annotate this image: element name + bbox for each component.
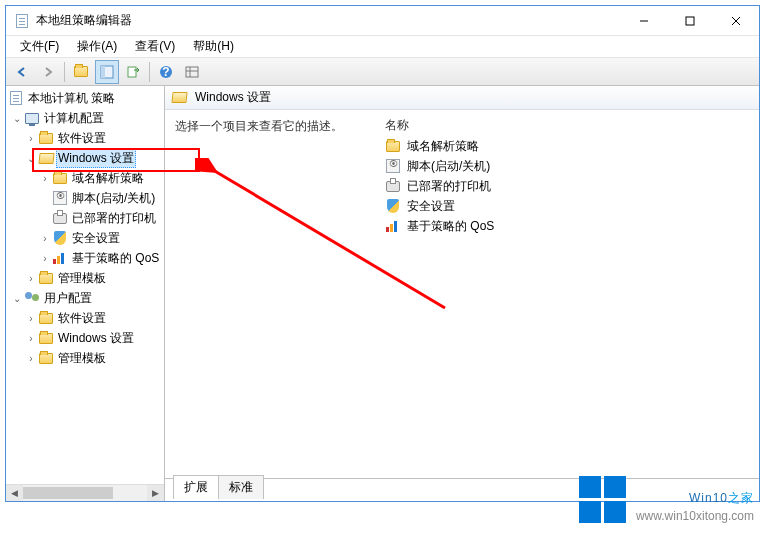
forward-button[interactable] [36, 60, 60, 84]
close-button[interactable] [713, 6, 759, 36]
windows-logo-icon [579, 476, 626, 523]
expand-icon[interactable]: › [24, 273, 38, 284]
menu-help[interactable]: 帮助(H) [185, 36, 242, 57]
tree-pane: 本地计算机 策略 ⌄ 计算机配置 › 软件设置 ⌄ Windows 设置 [6, 86, 165, 501]
content-pane: Windows 设置 选择一个项目来查看它的描述。 名称 域名解析策略 [165, 86, 759, 501]
tree-scripts[interactable]: 脚本(启动/关机) [6, 188, 164, 208]
svg-rect-9 [186, 67, 198, 77]
printer-icon [385, 178, 401, 194]
folder-icon [38, 130, 54, 146]
content-body: 选择一个项目来查看它的描述。 名称 域名解析策略 脚本(启动/关机) [165, 110, 759, 478]
expand-icon[interactable]: › [38, 253, 52, 264]
scroll-left-button[interactable]: ◀ [6, 485, 23, 501]
tree-windows-settings[interactable]: ⌄ Windows 设置 [6, 148, 164, 168]
svg-text:?: ? [162, 65, 169, 79]
watermark: Win10之家 www.win10xitong.com [579, 476, 754, 523]
tree-software-settings[interactable]: › 软件设置 [6, 128, 164, 148]
content-tabs: 扩展 标准 [173, 475, 264, 499]
tree-printers[interactable]: 已部署的打印机 [6, 208, 164, 228]
computer-icon [24, 110, 40, 126]
folder-icon [52, 170, 68, 186]
content-header: Windows 设置 [165, 86, 759, 110]
svg-rect-1 [686, 17, 694, 25]
content-title: Windows 设置 [195, 89, 271, 106]
list-column: 名称 域名解析策略 脚本(启动/关机) 已部署的打印机 [375, 110, 759, 478]
watermark-url: www.win10xitong.com [636, 509, 754, 523]
tree-qos[interactable]: › 基于策略的 QoS [6, 248, 164, 268]
expand-icon[interactable]: ⌄ [10, 113, 24, 124]
folder-icon [38, 350, 54, 366]
tree-admin-templates[interactable]: › 管理模板 [6, 268, 164, 288]
menu-file[interactable]: 文件(F) [12, 36, 67, 57]
description-text: 选择一个项目来查看它的描述。 [175, 119, 343, 133]
description-column: 选择一个项目来查看它的描述。 [165, 110, 375, 478]
tree-software-settings-user[interactable]: › 软件设置 [6, 308, 164, 328]
bars-icon [385, 218, 401, 234]
bars-icon [52, 250, 68, 266]
up-level-button[interactable] [69, 60, 93, 84]
menu-view[interactable]: 查看(V) [127, 36, 183, 57]
app-window: 本地组策略编辑器 文件(F) 操作(A) 查看(V) 帮助(H) ? 本地计算机… [5, 5, 760, 502]
folder-icon [38, 270, 54, 286]
window-title: 本地组策略编辑器 [36, 12, 621, 29]
column-header-name[interactable]: 名称 [375, 114, 759, 136]
collapse-icon[interactable]: ⌄ [10, 293, 24, 304]
expand-icon[interactable]: › [38, 233, 52, 244]
folder-icon [385, 138, 401, 154]
back-button[interactable] [10, 60, 34, 84]
scroll-track[interactable] [23, 485, 147, 501]
folder-open-icon [171, 90, 187, 106]
tree-scroll[interactable]: 本地计算机 策略 ⌄ 计算机配置 › 软件设置 ⌄ Windows 设置 [6, 86, 164, 484]
collapse-icon[interactable]: ⌄ [24, 153, 38, 164]
body-area: 本地计算机 策略 ⌄ 计算机配置 › 软件设置 ⌄ Windows 设置 [6, 86, 759, 501]
filter-button[interactable] [180, 60, 204, 84]
expand-icon[interactable]: › [24, 333, 38, 344]
help-button[interactable]: ? [154, 60, 178, 84]
toolbar-separator [149, 62, 150, 82]
maximize-button[interactable] [667, 6, 713, 36]
expand-icon[interactable]: › [24, 133, 38, 144]
script-icon [385, 158, 401, 174]
folder-open-icon [38, 150, 54, 166]
toolbar-separator [64, 62, 65, 82]
tree-user-config[interactable]: ⌄ 用户配置 [6, 288, 164, 308]
export-button[interactable] [121, 60, 145, 84]
tree-admin-templates-user[interactable]: › 管理模板 [6, 348, 164, 368]
tree-computer-config[interactable]: ⌄ 计算机配置 [6, 108, 164, 128]
svg-rect-6 [128, 67, 136, 77]
script-icon [52, 190, 68, 206]
list-item[interactable]: 脚本(启动/关机) [375, 156, 759, 176]
watermark-brand: Win10之家 [636, 477, 754, 509]
shield-icon [385, 198, 401, 214]
tree-dns-policy[interactable]: › 域名解析策略 [6, 168, 164, 188]
list-item[interactable]: 基于策略的 QoS [375, 216, 759, 236]
scroll-right-button[interactable]: ▶ [147, 485, 164, 501]
horizontal-scrollbar[interactable]: ◀ ▶ [6, 484, 164, 501]
window-buttons [621, 6, 759, 36]
expand-icon[interactable]: › [24, 353, 38, 364]
minimize-button[interactable] [621, 6, 667, 36]
tree-security[interactable]: › 安全设置 [6, 228, 164, 248]
printer-icon [52, 210, 68, 226]
users-icon [24, 290, 40, 306]
expand-icon[interactable]: › [38, 173, 52, 184]
menubar: 文件(F) 操作(A) 查看(V) 帮助(H) [6, 36, 759, 58]
list-item[interactable]: 安全设置 [375, 196, 759, 216]
policy-icon [8, 90, 24, 106]
shield-icon [52, 230, 68, 246]
show-tree-button[interactable] [95, 60, 119, 84]
folder-icon [38, 310, 54, 326]
app-icon [14, 13, 30, 29]
tree-windows-settings-user[interactable]: › Windows 设置 [6, 328, 164, 348]
list-item[interactable]: 已部署的打印机 [375, 176, 759, 196]
tab-standard[interactable]: 标准 [218, 475, 264, 499]
list-item[interactable]: 域名解析策略 [375, 136, 759, 156]
svg-rect-5 [101, 66, 105, 78]
tab-extended[interactable]: 扩展 [173, 475, 219, 499]
scroll-thumb[interactable] [23, 487, 113, 499]
titlebar: 本地组策略编辑器 [6, 6, 759, 36]
tree-root[interactable]: 本地计算机 策略 [6, 88, 164, 108]
folder-icon [38, 330, 54, 346]
menu-action[interactable]: 操作(A) [69, 36, 125, 57]
expand-icon[interactable]: › [24, 313, 38, 324]
